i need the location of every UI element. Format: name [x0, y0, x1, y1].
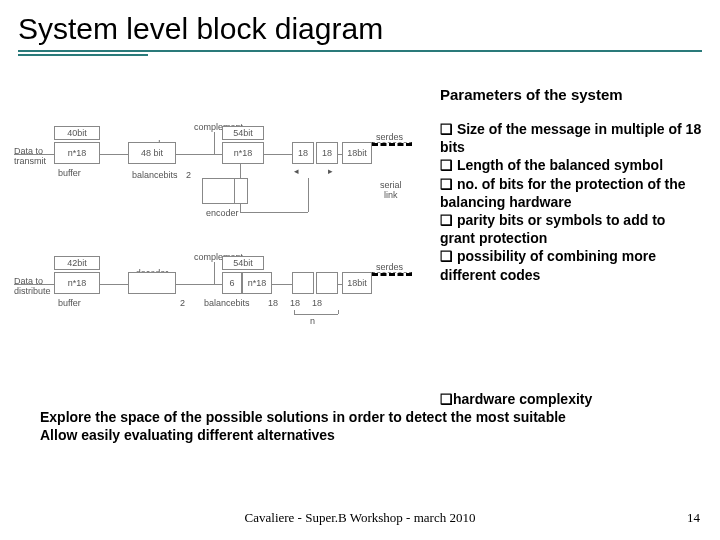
param-item: Length of the balanced symbol [457, 157, 663, 173]
box-18d [316, 272, 338, 294]
bullet-icon: ❑ [440, 248, 453, 264]
label-transmit: transmit [14, 156, 46, 166]
parameters-heading: Parameters of the system [440, 86, 623, 103]
box-42bit: 42bit [54, 256, 100, 270]
label-arrow-right: ▸ [328, 166, 333, 176]
block-diagram: Data to transmit 40bit n*18 buffer encod… [14, 120, 414, 380]
label-buffer-bot: buffer [58, 298, 81, 308]
box-6: 6 [222, 272, 242, 294]
hardware-complexity: hardware complexity [453, 391, 592, 407]
box-encoder-small-b [234, 178, 248, 204]
label-two: 2 [186, 170, 191, 180]
footer-text: Cavaliere - Super.B Workshop - march 201… [0, 510, 720, 526]
box-n18-bot: n*18 [54, 272, 100, 294]
box-54bit-bot: 54bit [222, 256, 264, 270]
param-item: possibility of combining more different … [440, 248, 656, 282]
box-decoder-inner [128, 272, 176, 294]
label-serdes-top: serdes [376, 132, 403, 142]
bullet-icon: ❑ [440, 212, 453, 228]
bullet-icon: ❑ [440, 176, 453, 192]
title-divider [18, 50, 702, 52]
box-48bit: 48 bit [128, 142, 176, 164]
box-18bit-bot: 18bit [342, 272, 372, 294]
box-18-a: 18 [292, 142, 314, 164]
label-distribute: distribute [14, 286, 51, 296]
box-n18-top: n*18 [54, 142, 100, 164]
label-buffer-top: buffer [58, 168, 81, 178]
label-18-bot-a: 18 [268, 298, 278, 308]
box-40bit: 40bit [54, 126, 100, 140]
explore-line: Explore the space of the possible soluti… [40, 408, 702, 426]
param-item: no. of bits for the protection of the ba… [440, 176, 686, 210]
page-number: 14 [687, 510, 700, 526]
param-item: Size of the message in multiple of 18 bi… [440, 121, 701, 155]
label-n: n [310, 316, 315, 326]
allow-line: Allow easily evaluating different altern… [40, 426, 702, 444]
label-serdes-bot: serdes [376, 262, 403, 272]
box-n18-bot-b: n*18 [242, 272, 272, 294]
box-18c [292, 272, 314, 294]
label-encoder2: encoder [206, 208, 239, 218]
title-accent [18, 54, 148, 56]
bullet-icon: ❑ [440, 121, 453, 137]
box-54bit-top: 54bit [222, 126, 264, 140]
box-18bit-top: 18bit [342, 142, 372, 164]
label-arrow-left: ◂ [294, 166, 299, 176]
label-18-bot-c: 18 [312, 298, 322, 308]
label-link: link [384, 190, 398, 200]
bullet-icon: ❑ [440, 157, 453, 173]
bottom-text-block: ❑hardware complexity Explore the space o… [40, 390, 702, 445]
label-balancebits: balancebits [132, 170, 178, 180]
param-item: parity bits or symbols to add to grant p… [440, 212, 665, 246]
label-two-bot: 2 [180, 298, 185, 308]
box-n18b-top: n*18 [222, 142, 264, 164]
slide-title: System level block diagram [18, 12, 702, 50]
box-18-b: 18 [316, 142, 338, 164]
label-18-bot-b: 18 [290, 298, 300, 308]
parameters-list: ❑ Size of the message in multiple of 18 … [440, 120, 702, 284]
label-balancebits-bot: balancebits [204, 298, 250, 308]
label-serial: serial [380, 180, 402, 190]
bullet-icon: ❑ [440, 391, 453, 407]
